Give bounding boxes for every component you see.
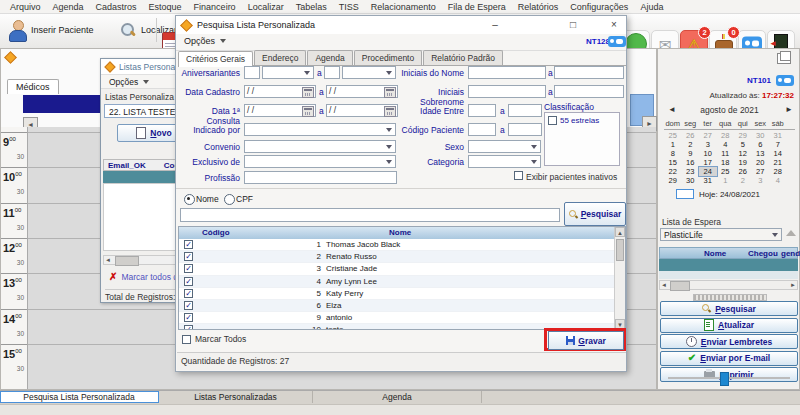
categoria-select[interactable]: [468, 155, 541, 168]
search-input[interactable]: [180, 208, 560, 222]
calendar-day[interactable]: 18: [717, 158, 735, 167]
aniversariantes-day-to[interactable]: [324, 66, 340, 79]
calendar-day[interactable]: 19: [734, 158, 752, 167]
idade-to[interactable]: [508, 104, 542, 117]
calendar-day[interactable]: 11: [717, 149, 735, 158]
button-enviar-por-e-mail[interactable]: ✔Enviar por E-mail: [660, 351, 798, 366]
calendar-day[interactable]: 1: [717, 176, 735, 185]
bottom-tab-listas-personalizadas[interactable]: Listas Personalizadas: [159, 391, 313, 403]
scroll-left-arrow[interactable]: ◄: [661, 282, 667, 288]
sexo-select[interactable]: [468, 140, 541, 153]
tab-criterios-gerais[interactable]: Critérios Gerais: [178, 51, 253, 67]
row-checkbox[interactable]: ✓: [184, 301, 193, 310]
calendar-day[interactable]: 14: [769, 149, 787, 158]
menu-item-tabelas[interactable]: Tabelas: [290, 2, 333, 12]
minimize-button[interactable]: –: [482, 16, 508, 34]
classificacao-checkbox[interactable]: [548, 116, 557, 125]
menu-item-ajuda[interactable]: Ajuda: [634, 2, 669, 12]
calendar-day[interactable]: 17: [699, 158, 717, 167]
menu-item-arquivo[interactable]: Arquivo: [4, 2, 47, 12]
aniversariantes-month-to[interactable]: [342, 66, 396, 79]
menu-item-agenda[interactable]: Agenda: [47, 2, 90, 12]
calendar-day[interactable]: 31: [769, 131, 787, 140]
row-checkbox[interactable]: ✓: [184, 264, 193, 273]
menu-item-configuracoes[interactable]: Configurações: [564, 2, 634, 12]
table-row[interactable]: ✓5Katy Perry: [179, 288, 616, 300]
calendar-picker-button[interactable]: [302, 106, 314, 117]
exibir-inativos-checkbox[interactable]: [514, 171, 523, 180]
codigo-from[interactable]: [468, 123, 496, 136]
waitlist-hscrollbar[interactable]: ◄ ►: [659, 280, 798, 290]
idade-from[interactable]: [468, 104, 496, 117]
results-vscrollbar[interactable]: ▲ ▼: [614, 227, 625, 329]
calendar-picker-button[interactable]: [384, 106, 396, 117]
data-consulta-to[interactable]: / /: [326, 104, 398, 117]
calendar-day[interactable]: 2: [734, 176, 752, 185]
calendar-day[interactable]: 10: [699, 149, 717, 158]
scroll-thumb[interactable]: [670, 281, 690, 291]
waitlist-selected-row[interactable]: [659, 259, 798, 271]
calendar-day[interactable]: 29: [734, 131, 752, 140]
calendar-day[interactable]: 30: [752, 131, 770, 140]
profissao-input[interactable]: [244, 171, 397, 184]
table-row[interactable]: ✓6Elza: [179, 300, 616, 312]
calendar-day[interactable]: 27: [752, 167, 770, 176]
aniversariantes-day-from[interactable]: [244, 66, 260, 79]
calendar-day[interactable]: 28: [717, 131, 735, 140]
row-checkbox[interactable]: ✓: [184, 252, 193, 261]
calendar-day[interactable]: 29: [664, 176, 682, 185]
scroll-up-arrow[interactable]: ▲: [615, 227, 625, 237]
calendar-day[interactable]: 4: [717, 140, 735, 149]
marcar-todos-control[interactable]: Marcar Todos: [182, 334, 246, 344]
chat-badge-icon[interactable]: [776, 75, 794, 86]
calendar-day[interactable]: 30: [682, 176, 700, 185]
radio-nome[interactable]: [184, 194, 195, 205]
menu-item-relacionamento[interactable]: Relacionamento: [365, 2, 442, 12]
aniversariantes-month-from[interactable]: [262, 66, 314, 79]
table-row[interactable]: ✓1Thomas Jacob Black: [179, 239, 616, 251]
restore-panel-icon[interactable]: [777, 53, 791, 64]
calendar-day[interactable]: 22: [664, 167, 682, 176]
chat-badge-icon[interactable]: [608, 36, 626, 47]
pesquisar-button[interactable]: Pesquisar: [564, 202, 626, 226]
calendar-day[interactable]: 26: [734, 167, 752, 176]
calendar-day[interactable]: 25: [717, 167, 735, 176]
iniciais-sobrenome-from[interactable]: [468, 85, 546, 98]
data-cadastro-from[interactable]: / /: [244, 85, 316, 98]
calendar-day[interactable]: 9: [682, 149, 700, 158]
tab-endereco[interactable]: Endereço: [254, 50, 306, 65]
bottom-tab-pesquisa-lista-personalizada[interactable]: Pesquisa Lista Personalizada: [0, 391, 159, 403]
row-checkbox[interactable]: ✓: [184, 277, 193, 286]
calendar-day[interactable]: 27: [699, 131, 717, 140]
dialog-title-bar[interactable]: Pesquisa Lista Personalizada – □ ×: [176, 16, 626, 34]
button-enviar-lembretes[interactable]: Enviar Lembretes: [660, 334, 798, 349]
calendar-day[interactable]: 21: [769, 158, 787, 167]
bottom-tab-agenda[interactable]: Agenda: [313, 391, 482, 403]
lista-de-espera-select[interactable]: PlasticLife: [660, 228, 782, 241]
calendar-day[interactable]: 3: [699, 140, 717, 149]
calendar-day[interactable]: 20: [752, 158, 770, 167]
calendar-day[interactable]: 1: [664, 140, 682, 149]
calendar-day[interactable]: 28: [769, 167, 787, 176]
insert-patient-button[interactable]: Inserir Paciente: [2, 16, 100, 44]
convenio-select[interactable]: [244, 140, 396, 153]
button-atualizar[interactable]: Atualizar: [660, 318, 798, 333]
gravar-button[interactable]: Gravar: [548, 331, 624, 350]
calendar-day[interactable]: 8: [664, 149, 682, 158]
calendar-day[interactable]: 3: [752, 176, 770, 185]
row-checkbox[interactable]: ✓: [184, 240, 193, 249]
table-row[interactable]: ✓2Renato Russo: [179, 251, 616, 263]
scroll-thumb[interactable]: [616, 239, 624, 261]
table-row[interactable]: ✓4Amy Lynn Lee: [179, 276, 616, 288]
radio-cpf[interactable]: [224, 194, 235, 205]
slider-thumb[interactable]: [720, 372, 729, 386]
calendar-picker-button[interactable]: [384, 87, 396, 98]
scroll-right-arrow[interactable]: ►: [790, 282, 796, 288]
row-checkbox[interactable]: ✓: [184, 313, 193, 322]
tab-agenda[interactable]: Agenda: [307, 50, 352, 65]
table-row[interactable]: ✓9antonio: [179, 312, 616, 324]
data-consulta-from[interactable]: / /: [244, 104, 316, 117]
zoom-slider[interactable]: [668, 371, 790, 385]
calendar-day[interactable]: 15: [664, 158, 682, 167]
calendar-day[interactable]: 23: [682, 167, 700, 176]
